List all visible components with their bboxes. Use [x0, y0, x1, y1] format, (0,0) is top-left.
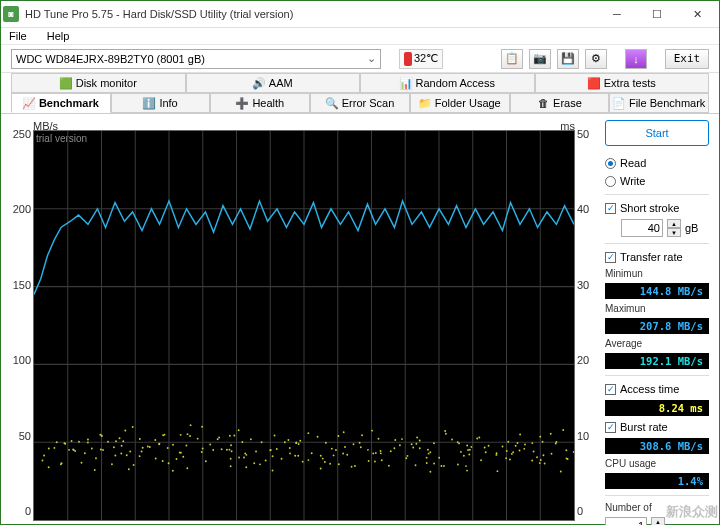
- content-area: 250 200 150 100 50 0 MB/sms trial versio…: [1, 114, 719, 525]
- maximize-button[interactable]: ☐: [637, 1, 677, 27]
- start-button[interactable]: Start: [605, 120, 709, 146]
- window-title: HD Tune Pro 5.75 - Hard Disk/SSD Utility…: [25, 8, 597, 20]
- tab-info[interactable]: ℹ️Info: [111, 93, 211, 113]
- svg-point-238: [533, 451, 535, 453]
- svg-point-242: [539, 436, 541, 438]
- svg-point-75: [172, 470, 174, 472]
- svg-point-87: [189, 435, 191, 437]
- spin-up[interactable]: ▲: [667, 219, 681, 228]
- info-button[interactable]: ↓: [625, 49, 647, 69]
- folder-icon: 📁: [419, 97, 431, 109]
- svg-point-234: [517, 442, 519, 444]
- y-unit-left: MB/s: [33, 120, 58, 130]
- tab-aam[interactable]: 🔊AAM: [186, 73, 361, 93]
- tab-disk-monitor[interactable]: 🟩Disk monitor: [11, 73, 186, 93]
- tab-erase[interactable]: 🗑Erase: [510, 93, 610, 113]
- svg-point-34: [72, 448, 74, 450]
- svg-point-137: [307, 432, 309, 434]
- short-stroke-check[interactable]: Short stroke: [605, 201, 709, 215]
- svg-point-243: [544, 463, 546, 465]
- tab-random-access[interactable]: 📊Random Access: [360, 73, 535, 93]
- svg-point-70: [155, 458, 157, 460]
- svg-point-148: [338, 463, 340, 465]
- number-input[interactable]: [605, 517, 647, 525]
- drive-select[interactable]: WDC WD84EJRX-89B2TY0 (8001 gB) ⌄: [11, 49, 381, 69]
- chart-plot: trial version: [33, 130, 575, 521]
- tab-benchmark[interactable]: 📈Benchmark: [11, 93, 111, 113]
- svg-point-92: [202, 447, 204, 449]
- save-button[interactable]: 💾: [557, 49, 579, 69]
- svg-point-73: [164, 434, 166, 436]
- spin-up[interactable]: ▲: [651, 517, 665, 525]
- write-radio[interactable]: Write: [605, 174, 709, 188]
- svg-point-177: [401, 438, 403, 440]
- checkbox-icon: [605, 422, 616, 433]
- svg-point-143: [331, 448, 333, 450]
- svg-point-256: [566, 457, 568, 459]
- svg-point-246: [540, 459, 542, 461]
- svg-point-162: [353, 443, 355, 445]
- svg-point-253: [565, 449, 567, 451]
- svg-point-205: [465, 465, 467, 467]
- tab-error-scan[interactable]: 🔍Error Scan: [310, 93, 410, 113]
- exit-button[interactable]: Exit: [665, 49, 709, 69]
- scan-icon: 🔍: [326, 97, 338, 109]
- menu-help[interactable]: Help: [43, 28, 74, 44]
- svg-point-39: [87, 439, 89, 441]
- svg-point-106: [238, 429, 240, 431]
- menu-file[interactable]: File: [5, 28, 31, 44]
- svg-point-95: [209, 443, 211, 445]
- titlebar: ◙ HD Tune Pro 5.75 - Hard Disk/SSD Utili…: [1, 1, 719, 28]
- svg-point-196: [438, 457, 440, 459]
- tab-file-benchmark[interactable]: 📄File Benchmark: [609, 93, 709, 113]
- svg-point-146: [325, 442, 327, 444]
- svg-point-239: [531, 442, 533, 444]
- svg-point-77: [176, 458, 178, 460]
- access-time-check[interactable]: Access time: [605, 382, 709, 396]
- svg-point-20: [42, 460, 44, 462]
- svg-point-199: [444, 430, 446, 432]
- svg-point-48: [114, 454, 116, 456]
- svg-point-29: [60, 463, 62, 465]
- svg-point-237: [536, 456, 538, 458]
- temperature-display: 32℃: [399, 49, 443, 69]
- svg-point-99: [230, 444, 232, 446]
- minimum-value: 144.8 MB/s: [605, 283, 709, 299]
- svg-point-105: [233, 434, 235, 436]
- svg-point-116: [259, 463, 261, 465]
- svg-point-120: [261, 441, 263, 443]
- svg-point-163: [374, 461, 376, 463]
- minimum-label: Minimun: [605, 268, 709, 279]
- info-icon: ℹ️: [143, 97, 155, 109]
- svg-point-223: [506, 450, 508, 452]
- svg-point-55: [122, 440, 124, 442]
- svg-point-210: [468, 453, 470, 455]
- svg-point-36: [84, 452, 86, 454]
- random-icon: 📊: [400, 77, 412, 89]
- tab-folder-usage[interactable]: 📁Folder Usage: [410, 93, 510, 113]
- tab-health[interactable]: ➕Health: [210, 93, 310, 113]
- svg-point-134: [302, 461, 304, 463]
- tab-extra-tests[interactable]: 🟥Extra tests: [535, 73, 710, 93]
- burst-rate-check[interactable]: Burst rate: [605, 420, 709, 434]
- svg-point-126: [272, 455, 274, 457]
- close-button[interactable]: ✕: [677, 1, 717, 27]
- spin-down[interactable]: ▼: [667, 228, 681, 237]
- svg-point-184: [419, 440, 421, 442]
- svg-point-23: [56, 441, 58, 443]
- transfer-rate-check[interactable]: Transfer rate: [605, 250, 709, 264]
- copy-button[interactable]: 📋: [501, 49, 523, 69]
- svg-point-170: [378, 438, 380, 440]
- options-button[interactable]: ⚙: [585, 49, 607, 69]
- screenshot-button[interactable]: 📷: [529, 49, 551, 69]
- short-stroke-input[interactable]: [621, 219, 663, 237]
- minimize-button[interactable]: ─: [597, 1, 637, 27]
- svg-point-191: [426, 457, 428, 459]
- svg-point-97: [221, 448, 223, 450]
- app-window: ◙ HD Tune Pro 5.75 - Hard Disk/SSD Utili…: [0, 0, 720, 525]
- read-radio[interactable]: Read: [605, 156, 709, 170]
- svg-point-203: [457, 464, 459, 466]
- svg-point-144: [317, 436, 319, 438]
- svg-point-122: [274, 435, 276, 437]
- svg-point-169: [375, 452, 377, 454]
